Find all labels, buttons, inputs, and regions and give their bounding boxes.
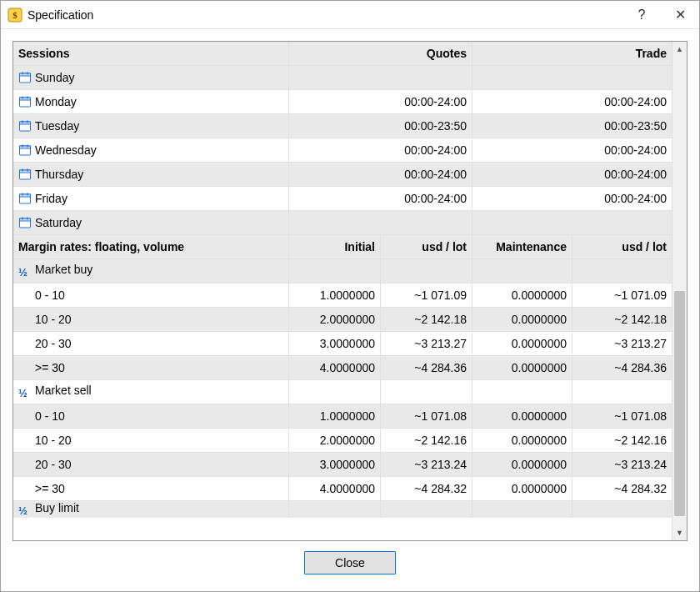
fraction-icon: ½ — [18, 504, 32, 518]
margin-group-row[interactable]: ½Market buy — [13, 259, 672, 283]
sessions-row[interactable]: Tuesday00:00-23:5000:00-23:50 — [13, 114, 672, 138]
svg-rect-11 — [20, 122, 31, 124]
session-day-cell: Monday — [13, 90, 288, 114]
session-day-label: Wednesday — [35, 143, 97, 157]
svg-text:$: $ — [12, 10, 18, 20]
col-maintenance[interactable]: Maintenance — [472, 235, 572, 259]
vertical-scrollbar[interactable]: ▲ ▼ — [672, 42, 687, 540]
session-day-label: Tuesday — [35, 119, 79, 133]
footer: Close — [12, 541, 688, 579]
close-button[interactable]: Close — [304, 551, 396, 574]
session-trade-cell: 00:00-24:00 — [472, 138, 672, 163]
empty-cell — [472, 380, 572, 404]
margin-data-row[interactable]: 10 - 202.0000000~2 142.160.0000000~2 142… — [13, 429, 672, 453]
margin-group-label: Market sell — [35, 384, 92, 397]
sessions-table: Sessions Quotes Trade SundayMonday00:00-… — [13, 42, 672, 235]
margin-data-row[interactable]: 20 - 303.0000000~3 213.240.0000000~3 213… — [13, 453, 672, 477]
margin-usd2-cell: ~4 284.36 — [572, 356, 672, 380]
scroll-up-button[interactable]: ▲ — [672, 42, 687, 57]
margin-usd2-cell: ~4 284.32 — [572, 477, 672, 501]
session-day-label: Saturday — [35, 216, 82, 229]
session-day-cell: Wednesday — [13, 138, 288, 163]
svg-rect-19 — [20, 170, 31, 173]
col-initial[interactable]: Initial — [288, 235, 380, 259]
sessions-row[interactable]: Friday00:00-24:0000:00-24:00 — [13, 187, 672, 211]
data-grid: Sessions Quotes Trade SundayMonday00:00-… — [13, 42, 672, 540]
empty-cell — [572, 259, 672, 283]
margin-data-row[interactable]: >= 304.0000000~4 284.320.0000000~4 284.3… — [13, 477, 672, 501]
margin-group-cell: ½Market sell — [13, 380, 288, 404]
col-usd1[interactable]: usd / lot — [380, 235, 472, 259]
window-title: Specification — [28, 8, 93, 22]
content-area: Sessions Quotes Trade SundayMonday00:00-… — [1, 29, 699, 591]
margin-range-cell: >= 30 — [13, 356, 288, 380]
margin-range-cell: 10 - 20 — [13, 429, 288, 453]
session-trade-cell: 00:00-24:00 — [472, 163, 672, 187]
sessions-row[interactable]: Monday00:00-24:0000:00-24:00 — [13, 90, 672, 114]
margin-initial-cell: 4.0000000 — [288, 477, 380, 501]
margin-usd1-cell: ~1 071.08 — [380, 404, 472, 429]
session-quotes-cell: 00:00-23:50 — [288, 114, 472, 138]
calendar-icon — [18, 192, 32, 205]
margin-data-row[interactable]: 0 - 101.0000000~1 071.090.0000000~1 071.… — [13, 283, 672, 308]
margin-usd1-cell: ~3 213.24 — [380, 453, 472, 477]
svg-rect-27 — [20, 218, 31, 221]
svg-rect-7 — [20, 98, 31, 100]
help-button[interactable]: ? — [622, 1, 661, 29]
session-quotes-cell: 00:00-24:00 — [288, 187, 472, 211]
margin-data-row[interactable]: 0 - 101.0000000~1 071.080.0000000~1 071.… — [13, 404, 672, 429]
margin-maint-cell: 0.0000000 — [472, 404, 572, 429]
scrollbar-thumb[interactable] — [674, 291, 685, 516]
help-icon: ? — [638, 8, 646, 22]
margin-initial-cell: 1.0000000 — [288, 404, 380, 429]
sessions-row[interactable]: Wednesday00:00-24:0000:00-24:00 — [13, 138, 672, 163]
specification-window: $ Specification ? ✕ Sessions Quotes — [0, 0, 700, 592]
margin-usd1-cell: ~2 142.18 — [380, 308, 472, 332]
margin-data-row[interactable]: 10 - 202.0000000~2 142.180.0000000~2 142… — [13, 308, 672, 332]
close-icon: ✕ — [675, 8, 686, 22]
margin-header-row: Margin rates: floating, volume Initial u… — [13, 235, 672, 259]
margin-group-label: Market buy — [35, 263, 92, 276]
margin-initial-cell: 3.0000000 — [288, 453, 380, 477]
col-quotes[interactable]: Quotes — [288, 42, 472, 66]
svg-rect-15 — [20, 146, 31, 148]
close-window-button[interactable]: ✕ — [661, 1, 699, 29]
col-trade[interactable]: Trade — [472, 42, 672, 66]
margin-group-label: Buy limit — [35, 501, 79, 514]
margin-group-row[interactable]: ½Buy limit — [13, 501, 672, 518]
empty-cell — [472, 259, 572, 283]
sessions-header-row: Sessions Quotes Trade — [13, 42, 672, 66]
session-day-cell: Saturday — [13, 211, 288, 235]
margin-group-row[interactable]: ½Market sell — [13, 380, 672, 404]
margin-usd2-cell: ~3 213.27 — [572, 332, 672, 356]
margin-initial-cell: 1.0000000 — [288, 283, 380, 308]
empty-cell — [572, 501, 672, 518]
chevron-down-icon: ▼ — [676, 529, 683, 537]
session-quotes-cell — [288, 211, 472, 235]
close-button-label: Close — [335, 556, 365, 569]
titlebar: $ Specification ? ✕ — [1, 1, 699, 29]
calendar-icon — [18, 143, 32, 157]
margin-range-cell: >= 30 — [13, 477, 288, 501]
margin-usd2-cell: ~3 213.24 — [572, 453, 672, 477]
margin-data-row[interactable]: >= 304.0000000~4 284.360.0000000~4 284.3… — [13, 356, 672, 380]
empty-cell — [288, 501, 380, 518]
col-margin-title[interactable]: Margin rates: floating, volume — [13, 235, 288, 259]
margin-data-row[interactable]: 20 - 303.0000000~3 213.270.0000000~3 213… — [13, 332, 672, 356]
col-sessions[interactable]: Sessions — [13, 42, 288, 66]
session-trade-cell — [472, 211, 672, 235]
sessions-row[interactable]: Thursday00:00-24:0000:00-24:00 — [13, 163, 672, 187]
sessions-row[interactable]: Sunday — [13, 66, 672, 90]
empty-cell — [380, 501, 472, 518]
svg-rect-23 — [20, 194, 31, 197]
scroll-down-button[interactable]: ▼ — [672, 525, 687, 540]
col-usd2[interactable]: usd / lot — [572, 235, 672, 259]
margin-usd2-cell: ~1 071.08 — [572, 404, 672, 429]
margin-maint-cell: 0.0000000 — [472, 453, 572, 477]
scrollbar-track[interactable] — [672, 57, 687, 525]
margin-usd1-cell: ~2 142.16 — [380, 429, 472, 453]
sessions-row[interactable]: Saturday — [13, 211, 672, 235]
session-day-label: Thursday — [35, 168, 83, 181]
margin-maint-cell: 0.0000000 — [472, 477, 572, 501]
margin-usd2-cell: ~2 142.16 — [572, 429, 672, 453]
